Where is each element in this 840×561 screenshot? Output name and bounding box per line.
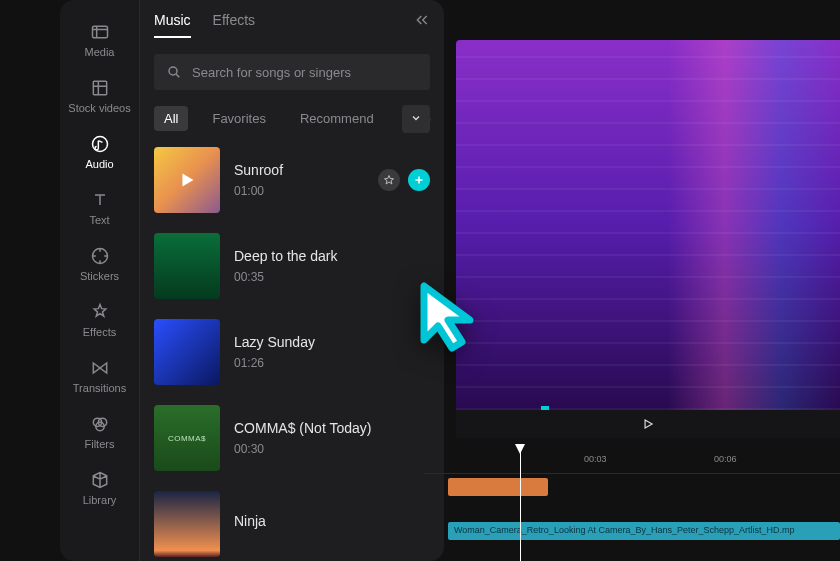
library-icon [90,470,110,490]
timeline[interactable]: 00:03 00:06 Woman_Camera_Retro_Looking A… [424,446,840,561]
effects-icon [90,302,110,322]
filters-icon [90,414,110,434]
filter-more-button[interactable] [402,105,430,133]
svg-rect-1 [93,81,106,94]
star-icon [383,174,395,186]
video-clip[interactable]: Woman_Camera_Retro_Looking At Camera_By_… [448,522,840,540]
ruler-tick: 00:03 [584,454,607,464]
stickers-icon [90,246,110,266]
sidebar-item-media[interactable]: Media [60,12,139,68]
track-title: Lazy Sunday [234,334,315,350]
favorite-button[interactable] [378,169,400,191]
sidebar-label: Transitions [73,382,126,394]
sidebar: Media Stock videos Audio Text Stickers E… [60,0,140,561]
play-icon[interactable] [641,417,655,431]
sidebar-item-stickers[interactable]: Stickers [60,236,139,292]
sidebar-item-stock-videos[interactable]: Stock videos [60,68,139,124]
sidebar-label: Stickers [80,270,119,282]
svg-point-7 [169,67,177,75]
time-ruler[interactable]: 00:03 00:06 [424,446,840,474]
play-button[interactable] [154,147,220,213]
playhead[interactable] [520,446,521,561]
sidebar-label: Audio [85,158,113,170]
track-list: Sunroof 01:00 Deep to the dark 00:35 [154,147,430,557]
plus-icon [413,174,425,186]
sidebar-item-library[interactable]: Library [60,460,139,516]
track-title: Sunroof [234,162,283,178]
search-icon [166,64,182,80]
sidebar-label: Media [85,46,115,58]
sidebar-item-effects[interactable]: Effects [60,292,139,348]
stock-icon [90,78,110,98]
track-item[interactable]: Ninja [154,491,430,557]
track-item[interactable]: Lazy Sunday 01:26 [154,319,430,385]
collapse-icon [414,12,430,28]
track-duration: 01:00 [234,184,283,198]
search-bar[interactable] [154,54,430,90]
sidebar-item-text[interactable]: Text [60,180,139,236]
sidebar-label: Text [89,214,109,226]
sidebar-label: Stock videos [68,102,130,114]
track-title: COMMA$ (Not Today) [234,420,371,436]
sidebar-label: Library [83,494,117,506]
panel-tabs: Music Effects [154,12,430,38]
text-icon [90,190,110,210]
track-duration: 00:35 [234,270,338,284]
filter-bar: All Favorites Recommend Pop [154,106,430,131]
sidebar-item-audio[interactable]: Audio [60,124,139,180]
tab-effects[interactable]: Effects [213,12,256,38]
track-item[interactable]: Sunroof 01:00 [154,147,430,213]
cursor-illustration [418,282,480,358]
filter-all[interactable]: All [154,106,188,131]
sidebar-label: Effects [83,326,116,338]
video-preview[interactable] [456,40,840,410]
audio-clip[interactable] [448,478,548,496]
track-thumbnail[interactable] [154,491,220,557]
transitions-icon [90,358,110,378]
sidebar-item-transitions[interactable]: Transitions [60,348,139,404]
media-icon [90,22,110,42]
audio-panel: Music Effects All Favorites Recommend Po… [140,0,444,561]
filter-favorites[interactable]: Favorites [202,106,275,131]
track-title: Ninja [234,513,266,529]
track-thumbnail[interactable] [154,319,220,385]
audio-icon [90,134,110,154]
svg-rect-0 [92,26,107,38]
tab-music[interactable]: Music [154,12,191,38]
track-duration: 01:26 [234,356,315,370]
track-thumbnail[interactable] [154,405,220,471]
track-item[interactable]: Deep to the dark 00:35 [154,233,430,299]
track-title: Deep to the dark [234,248,338,264]
chevron-down-icon [410,112,422,124]
search-input[interactable] [192,65,418,80]
track-duration: 00:30 [234,442,371,456]
add-track-button[interactable] [408,169,430,191]
filter-recommend[interactable]: Recommend [290,106,384,131]
ruler-tick: 00:06 [714,454,737,464]
track-thumbnail[interactable] [154,147,220,213]
preview-controls [456,410,840,438]
sidebar-item-filters[interactable]: Filters [60,404,139,460]
track-thumbnail[interactable] [154,233,220,299]
sidebar-label: Filters [85,438,115,450]
track-item[interactable]: COMMA$ (Not Today) 00:30 [154,405,430,471]
collapse-panel-button[interactable] [414,12,430,32]
play-icon [176,169,198,191]
